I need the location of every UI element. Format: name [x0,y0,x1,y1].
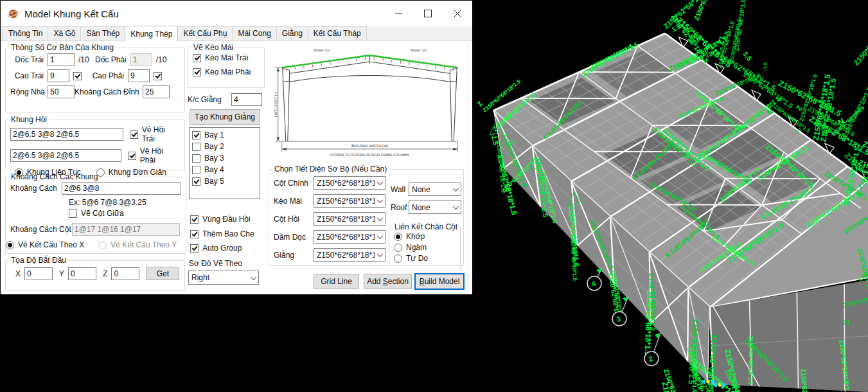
app-icon [7,8,19,20]
rong-nha-input[interactable] [48,85,75,98]
auto-group-checkbox[interactable] [190,244,199,253]
keo-mai-combo[interactable]: Z150*62*68*18*1 [314,194,385,208]
tab-san-thep[interactable]: Sàn Thép [80,26,125,40]
tab-mai-cong[interactable]: Mái Cong [232,26,276,40]
maximize-button[interactable] [413,1,443,26]
ngam-radio[interactable] [394,244,402,252]
cao-trai-input[interactable] [48,69,69,82]
cot-hoi-combo[interactable]: Z150*62*68*18*1 [314,212,385,226]
ve-hoi-phai-checkbox[interactable] [128,152,136,160]
doc-trai-input[interactable] [48,53,75,66]
slope-right-label: Slope /10 [410,48,427,52]
3d-viewport[interactable]: Z150*62*68*18*1.5Z150*62*68*18*1.5Z150*6… [450,0,868,392]
ngam-label: Ngàm [406,243,427,252]
ve-cot-giua-checkbox[interactable] [69,209,77,218]
vung-dau-hoi-checkbox[interactable] [190,215,199,224]
bay-row-4[interactable]: Bay 4 [190,164,260,175]
group-toa-do: Tọa Độ Bắt Đầu X Y Z Get [5,256,185,291]
doc-trai-label: Dốc Trái [10,55,44,64]
wall-combo[interactable]: None [409,183,461,196]
kc-dinh-input[interactable] [143,85,170,98]
bay-row-2[interactable]: Bay 2 [190,141,260,152]
bay-5-checkbox[interactable] [192,177,200,186]
z-input[interactable] [111,267,139,280]
tao-khung-giang-button[interactable]: Tạo Khung Giằng [190,109,260,125]
so-do-ve-theo-combo[interactable]: Right [188,271,259,285]
titlebar[interactable]: Model Khung Kết Cấu [1,1,472,26]
bay-row-5[interactable]: Bay 5 [190,175,260,187]
hoi-trai-input[interactable] [10,128,123,141]
ve-ket-cau-theo-x-radio[interactable] [6,241,14,249]
cot-chinh-combo[interactable]: Z150*62*68*18*1 [314,176,385,190]
grid-line-button[interactable]: Grid Line [314,274,359,289]
tab-xa-go[interactable]: Xà Gồ [48,26,81,40]
keo-mai-trai-checkbox[interactable] [193,54,201,62]
giang-label: Giằng [274,251,314,260]
chevron-down-icon [375,217,385,221]
close-button[interactable] [443,1,472,26]
wall-label: Wall [391,185,409,194]
khoang-cach-cot-input [72,223,180,236]
doc-phai-input [130,53,152,66]
add-section-button[interactable]: Add Section [364,274,412,289]
bay-list[interactable]: Bay 1 Bay 2 Bay 3 Bay 4 Bay 5 [189,127,260,199]
bay-1-checkbox[interactable] [192,131,200,139]
tu-do-radio[interactable] [394,254,402,263]
y-label: Y [59,269,64,278]
roof-combo[interactable]: None [409,200,461,214]
tab-ket-cau-phu[interactable]: Kết Cấu Phụ [177,26,233,40]
cao-phai-input[interactable] [128,69,150,82]
y-input[interactable] [68,267,96,280]
ve-cot-giua-label: Vẽ Cột Giữa [81,209,124,218]
get-button[interactable]: Get [146,267,179,280]
them-bao-che-label: Thêm Bao Che [202,229,254,238]
group-khung-hoi: Khung Hồi Vẽ Hồi Trái Vẽ Hồi Phải Khung … [5,115,185,170]
auto-group-label: Auto Group [202,244,242,253]
group-khoang-cach: Khoảng Cách Các Khung Khoảng Cách Ex: 5@… [5,172,186,254]
panel-divider [468,43,468,291]
kc-giang-input[interactable] [231,93,262,106]
them-bao-che-checkbox[interactable] [190,230,199,238]
group-sections: Chọn Tiết Diện Sơ Bộ (Nếu Cần) Cột Chính… [269,165,464,266]
tab-giang[interactable]: Giằng [276,26,308,40]
build-model-button[interactable]: Build Model [414,273,465,290]
khoang-cach-input[interactable] [62,182,181,195]
tabstrip: Thông Tin Xà Gồ Sàn Thép Khung Thép Kết … [1,26,472,41]
keo-mai-phai-label: Kèo Mái Phải [205,67,251,76]
window-title: Model Khung Kết Cấu [24,8,119,19]
x-input[interactable] [24,267,53,280]
ve-ket-cau-theo-y-radio [98,241,107,249]
chevron-down-icon [248,276,258,280]
chevron-down-icon [375,253,385,257]
ve-hoi-phai-label: Vẽ Hồi Phải [140,147,180,165]
cao-trai-checkbox[interactable] [73,72,82,80]
tab-khung-thep[interactable]: Khung Thép [125,26,178,41]
khoang-cach-hint: Ex: 5@6 7@8 3@3.25 [69,198,146,207]
giang-combo[interactable]: Z150*62*68*18*1 [314,248,385,262]
chevron-down-icon [375,199,385,203]
svg-text:Z1: Z1 [843,319,851,326]
tab-thong-tin[interactable]: Thông Tin [3,26,48,40]
ve-hoi-trai-checkbox[interactable] [130,130,138,139]
tab-ket-cau-thap[interactable]: Kết Cấu Tháp [308,26,367,40]
bay-4-checkbox[interactable] [192,166,200,174]
khop-radio[interactable] [394,233,402,241]
group-lien-ket-chan-cot: Liên Kết Chân Cột Khớp Ngàm Tự Do [389,222,461,271]
bay-row-1[interactable]: Bay 1 [190,129,260,141]
doc-trai-suffix: /10 [78,55,89,64]
group-khung-hoi-legend: Khung Hồi [9,115,49,124]
group-ve-keo-mai: Vẽ Kèo Mái Kèo Mái Trái Kèo Mái Phải [188,43,265,88]
kc-giang-label: K/c Giằng [188,95,222,104]
bay-2-checkbox[interactable] [192,143,200,151]
minimize-button[interactable] [384,1,413,26]
hoi-phai-input[interactable] [10,149,121,162]
dam-doc-combo[interactable]: Z150*62*68*18*1 [314,230,385,244]
keo-mai-phai-checkbox[interactable] [193,68,201,76]
group-sections-legend: Chọn Tiết Diện Sơ Bộ (Nếu Cần) [272,165,389,174]
maximize-icon [424,10,432,17]
cao-phai-checkbox[interactable] [154,72,162,80]
ve-hoi-trai-label: Vẽ Hồi Trái [142,125,180,143]
bay-row-3[interactable]: Bay 3 [190,152,260,164]
model-khung-ket-cau-window: Model Khung Kết Cấu Thông Tin Xà Gồ Sàn … [0,0,473,295]
bay-3-checkbox[interactable] [192,154,200,163]
